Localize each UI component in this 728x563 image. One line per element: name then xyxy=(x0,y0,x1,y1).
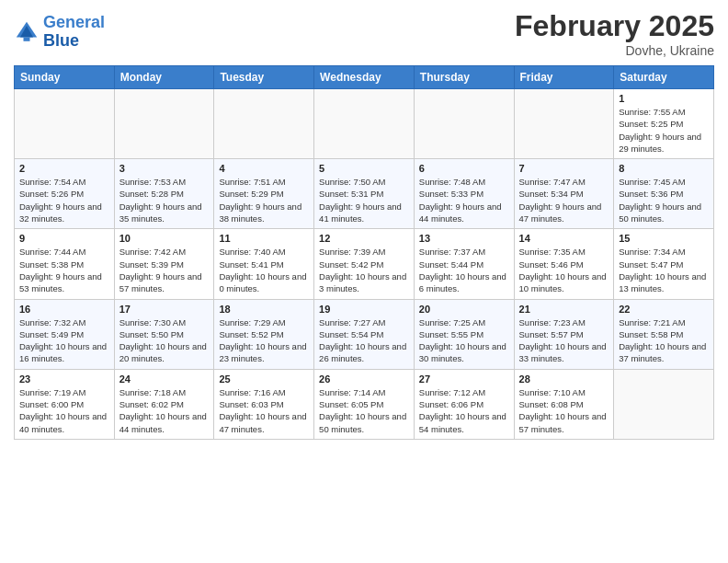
day-number: 24 xyxy=(119,373,210,385)
day-number: 23 xyxy=(19,373,109,385)
day-cell: 20Sunrise: 7:25 AM Sunset: 5:55 PM Dayli… xyxy=(414,299,514,369)
day-info: Sunrise: 7:32 AM Sunset: 5:49 PM Dayligh… xyxy=(19,316,109,365)
day-number: 5 xyxy=(319,163,409,174)
day-cell: 27Sunrise: 7:12 AM Sunset: 6:06 PM Dayli… xyxy=(414,369,514,439)
day-number: 3 xyxy=(119,163,210,174)
day-info: Sunrise: 7:42 AM Sunset: 5:39 PM Dayligh… xyxy=(119,246,210,294)
day-info: Sunrise: 7:21 AM Sunset: 5:58 PM Dayligh… xyxy=(619,316,709,365)
day-number: 7 xyxy=(519,163,609,174)
day-number: 22 xyxy=(619,304,709,315)
day-info: Sunrise: 7:48 AM Sunset: 5:33 PM Dayligh… xyxy=(419,176,509,224)
day-cell: 21Sunrise: 7:23 AM Sunset: 5:57 PM Dayli… xyxy=(514,299,614,369)
day-cell xyxy=(414,89,514,159)
day-number: 18 xyxy=(219,304,309,315)
week-row-2: 2Sunrise: 7:54 AM Sunset: 5:26 PM Daylig… xyxy=(15,159,714,229)
day-number: 6 xyxy=(419,163,509,174)
day-cell: 7Sunrise: 7:47 AM Sunset: 5:34 PM Daylig… xyxy=(514,159,614,229)
day-cell: 17Sunrise: 7:30 AM Sunset: 5:50 PM Dayli… xyxy=(114,299,214,369)
day-info: Sunrise: 7:54 AM Sunset: 5:26 PM Dayligh… xyxy=(19,176,109,224)
header: General Blue February 2025 Dovhe, Ukrain… xyxy=(14,9,714,58)
day-cell: 24Sunrise: 7:18 AM Sunset: 6:02 PM Dayli… xyxy=(114,369,214,439)
svg-rect-2 xyxy=(24,37,30,40)
day-info: Sunrise: 7:27 AM Sunset: 5:54 PM Dayligh… xyxy=(319,316,409,365)
day-number: 12 xyxy=(319,233,409,244)
day-number: 19 xyxy=(319,304,409,315)
day-cell: 6Sunrise: 7:48 AM Sunset: 5:33 PM Daylig… xyxy=(414,159,514,229)
day-info: Sunrise: 7:10 AM Sunset: 6:08 PM Dayligh… xyxy=(519,386,609,435)
day-number: 15 xyxy=(619,233,709,244)
day-cell: 3Sunrise: 7:53 AM Sunset: 5:28 PM Daylig… xyxy=(114,159,214,229)
day-cell xyxy=(214,89,314,159)
day-number: 17 xyxy=(119,304,210,315)
day-cell: 10Sunrise: 7:42 AM Sunset: 5:39 PM Dayli… xyxy=(114,229,214,299)
col-header-friday: Friday xyxy=(514,66,614,89)
day-cell xyxy=(15,89,115,159)
day-cell xyxy=(514,89,614,159)
day-info: Sunrise: 7:51 AM Sunset: 5:29 PM Dayligh… xyxy=(219,176,309,224)
day-info: Sunrise: 7:37 AM Sunset: 5:44 PM Dayligh… xyxy=(419,246,509,294)
calendar-header-row: SundayMondayTuesdayWednesdayThursdayFrid… xyxy=(15,66,714,89)
day-cell: 26Sunrise: 7:14 AM Sunset: 6:05 PM Dayli… xyxy=(314,369,415,439)
location: Dovhe, Ukraine xyxy=(515,43,714,58)
day-info: Sunrise: 7:34 AM Sunset: 5:47 PM Dayligh… xyxy=(619,246,709,294)
day-number: 13 xyxy=(419,233,509,244)
day-info: Sunrise: 7:55 AM Sunset: 5:25 PM Dayligh… xyxy=(619,106,709,155)
week-row-3: 9Sunrise: 7:44 AM Sunset: 5:38 PM Daylig… xyxy=(15,229,714,299)
day-cell: 13Sunrise: 7:37 AM Sunset: 5:44 PM Dayli… xyxy=(414,229,514,299)
page: General Blue February 2025 Dovhe, Ukrain… xyxy=(0,0,728,449)
day-cell: 2Sunrise: 7:54 AM Sunset: 5:26 PM Daylig… xyxy=(15,159,115,229)
day-number: 16 xyxy=(19,304,109,315)
day-cell: 4Sunrise: 7:51 AM Sunset: 5:29 PM Daylig… xyxy=(214,159,314,229)
day-cell: 8Sunrise: 7:45 AM Sunset: 5:36 PM Daylig… xyxy=(614,159,714,229)
day-cell: 23Sunrise: 7:19 AM Sunset: 6:00 PM Dayli… xyxy=(15,369,115,439)
day-info: Sunrise: 7:30 AM Sunset: 5:50 PM Dayligh… xyxy=(119,316,210,365)
logo-general: General xyxy=(43,13,105,31)
day-cell xyxy=(614,369,714,439)
day-number: 11 xyxy=(219,233,309,244)
logo-icon xyxy=(14,19,40,45)
day-number: 9 xyxy=(19,233,109,244)
logo-blue: Blue xyxy=(43,31,79,50)
day-cell: 19Sunrise: 7:27 AM Sunset: 5:54 PM Dayli… xyxy=(314,299,415,369)
day-cell: 18Sunrise: 7:29 AM Sunset: 5:52 PM Dayli… xyxy=(214,299,314,369)
col-header-saturday: Saturday xyxy=(614,66,714,89)
day-info: Sunrise: 7:50 AM Sunset: 5:31 PM Dayligh… xyxy=(319,176,409,224)
day-info: Sunrise: 7:12 AM Sunset: 6:06 PM Dayligh… xyxy=(419,386,509,435)
logo: General Blue xyxy=(14,14,105,51)
day-info: Sunrise: 7:23 AM Sunset: 5:57 PM Dayligh… xyxy=(519,316,609,365)
day-info: Sunrise: 7:14 AM Sunset: 6:05 PM Dayligh… xyxy=(319,386,409,435)
day-number: 27 xyxy=(419,373,509,385)
day-number: 8 xyxy=(619,163,709,174)
day-cell: 12Sunrise: 7:39 AM Sunset: 5:42 PM Dayli… xyxy=(314,229,415,299)
day-cell: 1Sunrise: 7:55 AM Sunset: 5:25 PM Daylig… xyxy=(614,89,714,159)
day-cell: 16Sunrise: 7:32 AM Sunset: 5:49 PM Dayli… xyxy=(15,299,115,369)
day-number: 4 xyxy=(219,163,309,174)
calendar: SundayMondayTuesdayWednesdayThursdayFrid… xyxy=(14,65,714,440)
day-cell: 28Sunrise: 7:10 AM Sunset: 6:08 PM Dayli… xyxy=(514,369,614,439)
day-info: Sunrise: 7:35 AM Sunset: 5:46 PM Dayligh… xyxy=(519,246,609,294)
day-number: 20 xyxy=(419,304,509,315)
week-row-4: 16Sunrise: 7:32 AM Sunset: 5:49 PM Dayli… xyxy=(15,299,714,369)
day-number: 25 xyxy=(219,373,309,385)
day-info: Sunrise: 7:40 AM Sunset: 5:41 PM Dayligh… xyxy=(219,246,309,294)
day-cell xyxy=(114,89,214,159)
day-cell: 9Sunrise: 7:44 AM Sunset: 5:38 PM Daylig… xyxy=(15,229,115,299)
day-number: 1 xyxy=(619,93,709,104)
day-info: Sunrise: 7:29 AM Sunset: 5:52 PM Dayligh… xyxy=(219,316,309,365)
week-row-1: 1Sunrise: 7:55 AM Sunset: 5:25 PM Daylig… xyxy=(15,89,714,159)
day-number: 14 xyxy=(519,233,609,244)
day-cell: 11Sunrise: 7:40 AM Sunset: 5:41 PM Dayli… xyxy=(214,229,314,299)
col-header-monday: Monday xyxy=(114,66,214,89)
day-cell: 25Sunrise: 7:16 AM Sunset: 6:03 PM Dayli… xyxy=(214,369,314,439)
month-title: February 2025 xyxy=(515,9,714,43)
col-header-thursday: Thursday xyxy=(414,66,514,89)
day-cell: 5Sunrise: 7:50 AM Sunset: 5:31 PM Daylig… xyxy=(314,159,415,229)
col-header-sunday: Sunday xyxy=(15,66,115,89)
day-number: 10 xyxy=(119,233,210,244)
day-cell xyxy=(314,89,415,159)
day-info: Sunrise: 7:25 AM Sunset: 5:55 PM Dayligh… xyxy=(419,316,509,365)
day-number: 21 xyxy=(519,304,609,315)
col-header-tuesday: Tuesday xyxy=(214,66,314,89)
day-cell: 15Sunrise: 7:34 AM Sunset: 5:47 PM Dayli… xyxy=(614,229,714,299)
day-info: Sunrise: 7:53 AM Sunset: 5:28 PM Dayligh… xyxy=(119,176,210,224)
